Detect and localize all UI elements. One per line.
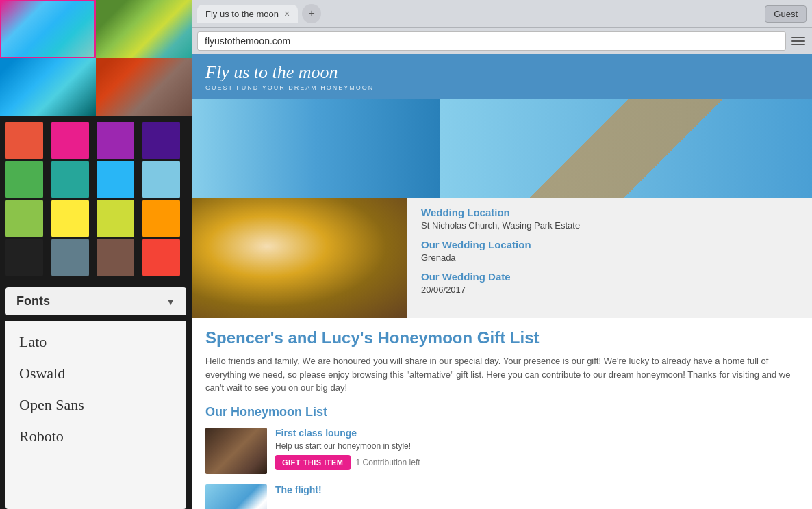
color-swatch-purple[interactable]	[97, 122, 134, 159]
intro-text: Hello friends and family, We are honoure…	[205, 354, 798, 395]
gift-thumbnail-lounge	[205, 428, 267, 474]
color-swatch-dark-purple[interactable]	[142, 122, 180, 159]
tab-close-button[interactable]: ×	[284, 9, 290, 18]
page-title: Spencer's and Lucy's Honeymoon Gift List	[205, 328, 798, 348]
fonts-dropdown[interactable]: Fonts ▼	[5, 287, 186, 315]
gift-title-lounge: First class lounge	[275, 428, 420, 439]
thumbnail-4[interactable]	[96, 58, 192, 116]
thumbnail-1[interactable]	[0, 0, 96, 58]
font-item-oswald[interactable]: Oswald	[5, 358, 186, 389]
browser-chrome: Fly us to the moon × + Guest	[192, 0, 812, 28]
wedding-info: Wedding Location St Nicholas Church, Was…	[407, 198, 812, 318]
color-swatch-brown[interactable]	[97, 239, 134, 276]
wedding-date-value: 20/06/2017	[421, 285, 798, 295]
color-swatch-hot-pink[interactable]	[51, 122, 89, 159]
gift-item-lounge: First class lounge Help us start our hon…	[205, 428, 798, 474]
browser-tab[interactable]: Fly us to the moon ×	[197, 5, 298, 23]
browser-menu-icon[interactable]	[790, 33, 807, 49]
font-item-roboto[interactable]: Roboto	[5, 421, 186, 452]
our-location-title: Our Wedding Location	[421, 239, 798, 250]
font-item-open-sans[interactable]: Open Sans	[5, 389, 186, 421]
color-swatch-light-blue[interactable]	[97, 161, 134, 198]
new-tab-button[interactable]: +	[302, 4, 321, 23]
gift-info-lounge: First class lounge Help us start our hon…	[275, 428, 420, 470]
fonts-label: Fonts	[16, 294, 50, 309]
logo-text: Fly us to the moon	[205, 62, 338, 82]
list-title: Our Honeymoon List	[205, 405, 798, 419]
color-swatch-light-green[interactable]	[5, 200, 43, 237]
color-swatch-orange[interactable]	[142, 200, 180, 237]
color-grid	[0, 116, 192, 282]
main-content: Spencer's and Lucy's Honeymoon Gift List…	[192, 318, 812, 509]
thumbnail-3[interactable]	[0, 58, 96, 116]
chevron-down-icon: ▼	[166, 296, 175, 307]
font-item-lato[interactable]: Lato	[5, 326, 186, 358]
wedding-date-title: Our Wedding Date	[421, 271, 798, 283]
tab-title: Fly us to the moon	[205, 9, 279, 19]
address-bar-row	[192, 28, 812, 54]
address-bar-input[interactable]	[197, 31, 786, 51]
wedding-location-value: St Nicholas Church, Wasing Park Estate	[421, 220, 798, 231]
color-swatch-blue-grey[interactable]	[51, 239, 89, 276]
thumbnail-2[interactable]	[96, 0, 192, 58]
logo-sub: GUEST FUND YOUR DREAM HONEYMOON	[205, 84, 374, 91]
couple-photo	[192, 198, 407, 318]
our-location-value: Grenada	[421, 252, 798, 263]
site-header: Fly us to the moon GUEST FUND YOUR DREAM…	[192, 54, 812, 99]
content-area: Wedding Location St Nicholas Church, Was…	[192, 198, 812, 318]
color-swatch-yellow[interactable]	[51, 200, 89, 237]
fonts-list: LatoOswaldOpen SansRoboto	[5, 321, 186, 509]
wedding-location-title: Wedding Location	[421, 207, 798, 218]
gift-this-item-button-lounge[interactable]: GIFT THIS ITEM	[275, 455, 351, 470]
gift-title-flight: The flight!	[275, 484, 322, 495]
thumbnail-grid	[0, 0, 192, 116]
color-swatch-red[interactable]	[142, 239, 180, 276]
guest-button[interactable]: Guest	[765, 5, 807, 23]
contribution-count-lounge: 1 Contribution left	[356, 458, 420, 467]
gift-info-flight: The flight!	[275, 484, 322, 498]
site-logo: Fly us to the moon GUEST FUND YOUR DREAM…	[205, 62, 374, 91]
gift-desc-lounge: Help us start our honeymoon in style!	[275, 441, 420, 451]
hero-bungalows	[440, 99, 812, 198]
bungalow-shape	[440, 99, 812, 198]
color-swatch-green[interactable]	[5, 161, 43, 198]
gift-item-flight: The flight!	[205, 484, 798, 510]
gift-actions-lounge: GIFT THIS ITEM 1 Contribution left	[275, 455, 420, 470]
color-swatch-sky-blue[interactable]	[142, 161, 180, 198]
color-swatch-lime[interactable]	[97, 200, 134, 237]
color-swatch-black[interactable]	[5, 239, 43, 276]
gift-thumbnail-flight	[205, 484, 267, 510]
browser-panel: Fly us to the moon × + Guest Fly us to t…	[192, 0, 812, 509]
color-swatch-teal[interactable]	[51, 161, 89, 198]
left-panel: Fonts ▼ LatoOswaldOpen SansRoboto	[0, 0, 192, 509]
color-swatch-red-orange[interactable]	[5, 122, 43, 159]
website-content: Fly us to the moon GUEST FUND YOUR DREAM…	[192, 54, 812, 509]
couple-photo-inner	[192, 198, 407, 318]
hero-image	[192, 99, 812, 198]
